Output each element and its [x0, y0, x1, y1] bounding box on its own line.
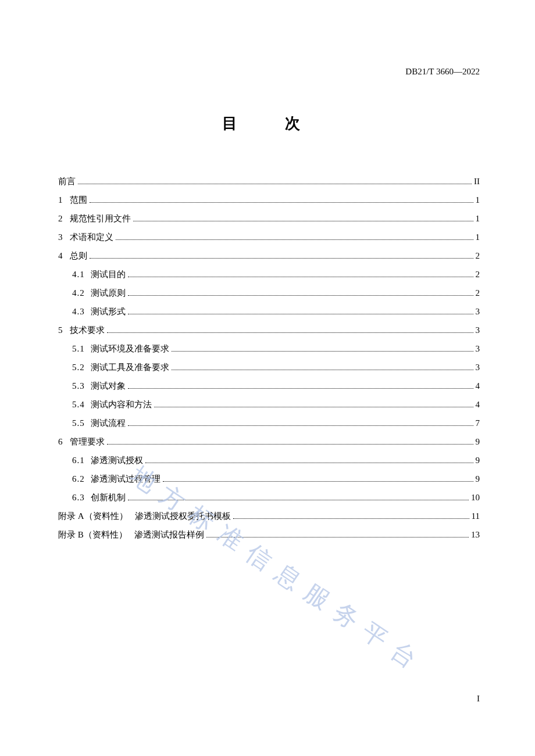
toc-entry-page: 9: [476, 435, 480, 449]
toc-entry: 4.3测试形式3: [58, 304, 480, 318]
toc-entry: 1范围1: [58, 193, 480, 207]
toc-entry: 4.1测试目的2: [58, 267, 480, 281]
toc-entry-page: 3: [476, 304, 480, 318]
toc-leader-dots: [107, 332, 473, 333]
toc-leader-dots: [90, 258, 473, 259]
toc-entry-page: 1: [476, 193, 480, 207]
toc-entry-label: 规范性引用文件: [70, 212, 131, 225]
toc-entry-page: 3: [476, 323, 480, 337]
toc-entry-number: 5.2: [72, 360, 85, 374]
toc-entry-label: 测试流程: [91, 416, 126, 430]
toc-entry: 6.3创新机制10: [58, 490, 480, 504]
toc-entry-page: 9: [476, 453, 480, 467]
toc-entry-label: 术语和定义: [70, 230, 113, 244]
toc-entry: 5技术要求3: [58, 323, 480, 337]
document-code: DB21/T 3660—2022: [405, 67, 480, 77]
toc-entry: 6管理要求9: [58, 435, 480, 449]
toc-entry: 6.2渗透测试过程管理9: [58, 472, 480, 486]
toc-entry-number: 2: [58, 212, 63, 225]
toc-entry: 6.1渗透测试授权9: [58, 453, 480, 467]
toc-leader-dots: [128, 295, 473, 296]
toc-entry: 附录 A（资料性）渗透测试授权委托书模板11: [58, 509, 480, 523]
toc-entry: 4总则2: [58, 249, 480, 263]
toc-entry-label: 范围: [70, 193, 87, 207]
toc-entry-label: 渗透测试报告样例: [134, 528, 204, 542]
toc-entry: 前言II: [58, 174, 480, 188]
toc-entry-page: 4: [476, 379, 480, 393]
toc-leader-dots: [145, 463, 473, 463]
toc-entry-number: 1: [58, 193, 63, 207]
toc-entry-number: 6.1: [72, 453, 85, 467]
toc-leader-dots: [206, 537, 469, 538]
toc-entry-number: 4.3: [72, 304, 85, 318]
toc-leader-dots: [128, 277, 473, 277]
toc-entry-page: 9: [476, 472, 480, 486]
toc-entry-label: 测试环境及准备要求: [91, 342, 169, 356]
toc-entry-page: II: [474, 174, 480, 188]
toc-entry-number: 5.3: [72, 379, 85, 393]
toc-entry: 附录 B（资料性）渗透测试报告样例13: [58, 528, 480, 542]
toc-entry-label: 测试对象: [91, 379, 126, 393]
toc-entry-number: 6.2: [72, 472, 85, 486]
toc-leader-dots: [154, 407, 473, 407]
toc-leader-dots: [172, 370, 473, 370]
toc-entry: 5.2测试工具及准备要求3: [58, 360, 480, 374]
toc-entry-label: 技术要求: [70, 323, 105, 337]
toc-entry-label: 测试形式: [91, 304, 126, 318]
toc-entry-label: 前言: [58, 174, 76, 188]
toc-title: 目 次: [58, 113, 480, 134]
toc-entry-page: 10: [471, 490, 480, 504]
toc-entry-number: 6: [58, 435, 63, 449]
toc-entry-number: 5: [58, 323, 63, 337]
toc-entry-page: 13: [471, 528, 480, 542]
toc-leader-dots: [172, 351, 473, 352]
toc-entry-number: 5.5: [72, 416, 85, 430]
toc-entry-label: 渗透测试授权: [91, 453, 143, 467]
toc-entry: 5.1测试环境及准备要求3: [58, 342, 480, 356]
toc-leader-dots: [163, 481, 473, 482]
toc-entry-page: 1: [476, 230, 480, 244]
toc-leader-dots: [116, 239, 473, 240]
toc-entry-label: 测试目的: [91, 267, 126, 281]
toc-leader-dots: [78, 184, 472, 184]
toc-entry: 5.4测试内容和方法4: [58, 397, 480, 411]
toc-entry-label: 测试工具及准备要求: [91, 360, 169, 374]
toc-entry-number: 6.3: [72, 490, 85, 504]
toc-leader-dots: [107, 444, 473, 445]
toc-entry-number: 3: [58, 230, 63, 244]
toc-entry: 5.3测试对象4: [58, 379, 480, 393]
toc-entry-page: 2: [476, 286, 480, 300]
toc-leader-dots: [128, 425, 473, 426]
toc-entry-number: 附录 B（资料性）: [58, 528, 127, 542]
toc-entry-label: 创新机制: [91, 490, 126, 504]
toc-entry-label: 管理要求: [70, 435, 105, 449]
toc-leader-dots: [233, 518, 469, 519]
page-number: I: [477, 694, 480, 704]
toc-entry-page: 1: [476, 212, 480, 225]
toc-entry-page: 2: [476, 267, 480, 281]
toc-entry-page: 4: [476, 397, 480, 411]
table-of-contents: 前言II1范围12规范性引用文件13术语和定义14总则24.1测试目的24.2测…: [58, 174, 480, 542]
toc-entry-label: 渗透测试授权委托书模板: [135, 509, 231, 523]
toc-entry-label: 测试内容和方法: [91, 397, 152, 411]
toc-entry-page: 2: [476, 249, 480, 263]
toc-leader-dots: [128, 388, 473, 389]
toc-entry: 5.5测试流程7: [58, 416, 480, 430]
toc-entry-label: 总则: [70, 249, 87, 263]
toc-entry-number: 4: [58, 249, 63, 263]
toc-entry: 3术语和定义1: [58, 230, 480, 244]
toc-entry-page: 7: [476, 416, 480, 430]
toc-entry-number: 5.4: [72, 397, 85, 411]
toc-entry-page: 3: [476, 342, 480, 356]
toc-entry-page: 3: [476, 360, 480, 374]
toc-entry-number: 5.1: [72, 342, 85, 356]
toc-entry-number: 附录 A（资料性）: [58, 509, 128, 523]
toc-entry-number: 4.2: [72, 286, 85, 300]
toc-entry-number: 4.1: [72, 267, 85, 281]
toc-entry-label: 渗透测试过程管理: [91, 472, 160, 486]
toc-entry-page: 11: [472, 509, 480, 523]
toc-leader-dots: [128, 314, 473, 314]
toc-entry-label: 测试原则: [91, 286, 126, 300]
toc-entry: 2规范性引用文件1: [58, 212, 480, 225]
document-page: DB21/T 3660—2022 目 次 前言II1范围12规范性引用文件13术…: [0, 0, 535, 756]
